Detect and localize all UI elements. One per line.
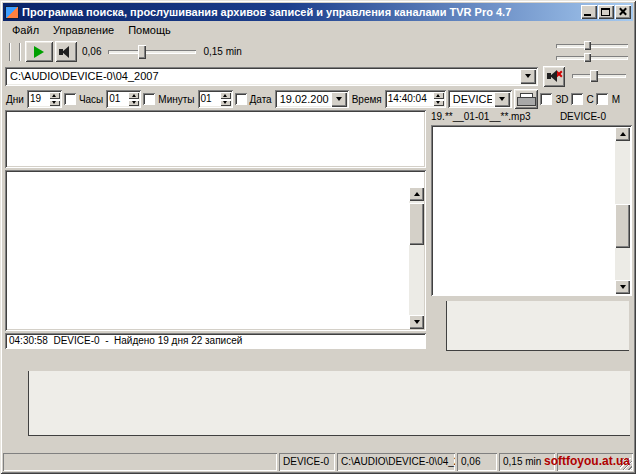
devices-table-header <box>7 112 424 127</box>
results-scrollbar[interactable] <box>615 127 630 294</box>
arrow-up-icon <box>414 192 420 196</box>
scroll-down-button[interactable] <box>615 280 630 294</box>
close-button[interactable] <box>615 5 631 19</box>
mute-button[interactable] <box>543 66 565 87</box>
scroll-up-button[interactable] <box>409 187 424 201</box>
position-value: 0,06 <box>82 46 101 57</box>
slider-thumb[interactable] <box>138 45 146 59</box>
menu-item-help[interactable]: Помощь <box>121 23 178 37</box>
speaker-button[interactable] <box>55 41 77 62</box>
spin-up-button[interactable] <box>220 92 231 99</box>
device-combo-dropdown[interactable] <box>494 92 510 107</box>
scroll-track[interactable] <box>615 141 630 280</box>
m-checkbox[interactable] <box>596 93 608 105</box>
spin-down-button[interactable] <box>128 100 139 107</box>
hours-label: Часы <box>79 94 103 105</box>
path-row: C:\AUDIO\DEVICE-0\04_2007 <box>5 66 631 86</box>
statusbar-path: C:\AUDIO\DEVICE-0\04_2007 <box>337 453 455 471</box>
statusbar: DEVICE-0 C:\AUDIO\DEVICE-0\04_2007 0,06 … <box>3 451 633 471</box>
c-checkbox[interactable] <box>571 93 583 105</box>
maximize-icon <box>601 8 610 16</box>
arrow-up-icon <box>620 132 626 136</box>
y-axis <box>430 299 446 351</box>
window-title: Программа поиска, прослушивания архивов … <box>22 6 578 18</box>
device-combo[interactable]: DEVICE-0 <box>448 90 512 108</box>
slider-thumb[interactable] <box>590 70 598 82</box>
minutes-checkbox[interactable] <box>235 93 247 105</box>
date-combo-dropdown[interactable] <box>331 92 347 107</box>
spin-up-button[interactable] <box>49 92 60 99</box>
spin-up-button[interactable] <box>433 92 444 99</box>
hours-value: 01 <box>106 90 126 108</box>
path-combo-dropdown[interactable] <box>520 69 536 84</box>
chart-plot <box>446 301 629 351</box>
arrow-down-icon <box>52 101 56 104</box>
m-checkbox-label: М <box>612 94 620 105</box>
position-slider[interactable] <box>106 44 198 60</box>
hours-chart <box>430 299 632 363</box>
days-checkbox[interactable] <box>64 93 76 105</box>
scroll-track[interactable] <box>409 201 424 315</box>
spin-up-button[interactable] <box>128 92 139 99</box>
toolbar-separator <box>19 43 21 61</box>
hours-checkbox[interactable] <box>143 93 155 105</box>
y-axis <box>4 367 28 436</box>
speaker-icon <box>59 46 73 58</box>
files-scrollbar[interactable] <box>409 187 424 329</box>
spin-down-button[interactable] <box>220 100 231 107</box>
scroll-up-button[interactable] <box>615 127 630 141</box>
slider-thumb[interactable] <box>584 41 591 50</box>
play-icon <box>34 46 44 58</box>
maximize-button[interactable] <box>598 5 614 19</box>
spin-buttons <box>49 92 60 106</box>
spin-buttons <box>220 92 231 106</box>
menu-item-file[interactable]: Файл <box>5 23 46 37</box>
slider-groove <box>572 74 626 78</box>
close-icon <box>618 7 627 16</box>
minimize-button[interactable] <box>581 5 597 19</box>
date-label: Дата <box>250 94 272 105</box>
chevron-down-icon <box>499 97 505 101</box>
statusbar-device: DEVICE-0 <box>279 453 335 471</box>
search-mask-row: 19.**__01-01__**.mp3 DEVICE-0 <box>431 111 632 124</box>
days-value: 19 <box>27 90 47 108</box>
path-combo[interactable]: C:\AUDIO\DEVICE-0\04_2007 <box>5 67 538 86</box>
arrow-down-icon <box>436 101 440 104</box>
date-combo[interactable]: 19.02.2007 <box>275 90 349 108</box>
minutes-spinner[interactable]: 01 <box>198 90 233 108</box>
caption-buttons <box>581 5 631 19</box>
days-spinner[interactable]: 19 <box>27 90 62 108</box>
search-status: 04:30:58 DEVICE-0 - Найдено 19 дня 22 за… <box>5 333 426 349</box>
arrow-up-icon <box>132 94 136 97</box>
search-mask: 19.**__01-01__**.mp3 <box>431 111 531 124</box>
aux-slider-2[interactable] <box>554 52 630 63</box>
spin-buttons <box>128 92 139 106</box>
arrow-up-icon <box>223 94 227 97</box>
slider-thumb[interactable] <box>584 53 591 62</box>
slider-groove <box>108 50 196 54</box>
play-button[interactable] <box>25 41 53 62</box>
scroll-down-button[interactable] <box>409 315 424 329</box>
arrow-up-icon <box>52 94 56 97</box>
toolbar: 0,06 0,15 min <box>3 39 633 64</box>
volume-slider[interactable] <box>570 69 628 83</box>
arrow-down-icon <box>223 101 227 104</box>
results-list <box>431 125 632 296</box>
aux-slider-1[interactable] <box>554 40 630 51</box>
titlebar[interactable]: Программа поиска, прослушивания архивов … <box>3 3 633 21</box>
days-label: Дни <box>6 94 24 105</box>
scroll-thumb[interactable] <box>409 203 424 245</box>
spin-down-button[interactable] <box>433 100 444 107</box>
menu-item-manage[interactable]: Управление <box>46 23 121 37</box>
time-label: Время <box>352 94 382 105</box>
spin-down-button[interactable] <box>49 100 60 107</box>
scroll-thumb[interactable] <box>615 204 630 248</box>
time-spinner[interactable]: 14:40:04 <box>385 90 446 108</box>
days-chart <box>4 367 634 448</box>
slider-groove <box>556 56 628 60</box>
statusbar-empty-panel <box>3 453 277 471</box>
print-button[interactable] <box>514 89 538 109</box>
3d-checkbox[interactable] <box>540 93 552 105</box>
3d-checkbox-label: 3D <box>556 94 569 105</box>
hours-spinner[interactable]: 01 <box>106 90 141 108</box>
